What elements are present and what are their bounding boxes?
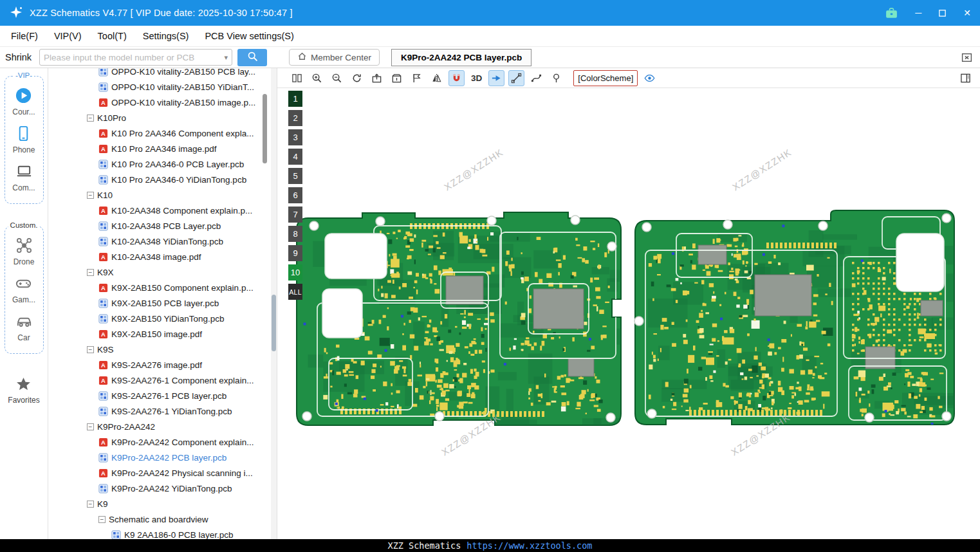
search-button[interactable] — [237, 49, 267, 66]
tree-item[interactable]: −K9 — [48, 496, 277, 511]
tree-item[interactable]: −K10Pro — [48, 110, 277, 125]
layer-button-all[interactable]: ALL — [288, 284, 302, 300]
tree-item[interactable]: AK9Pro-2AA242 Physical scanning i... — [48, 465, 277, 481]
pcb-canvas[interactable]: 12345678910ALL XZZ@XZZHKXZZ@XZZHKXZZ@XZZ… — [277, 88, 980, 539]
tree-item[interactable]: K10-2AA348 YiDianTong.pcb — [48, 234, 277, 249]
shrink-button[interactable]: Shrink — [5, 52, 32, 62]
tab-active-pcb-file[interactable]: K9Pro-2AA242 PCB layer.pcb — [391, 49, 532, 66]
maximize-button[interactable] — [938, 9, 947, 17]
probe-pin-icon[interactable] — [548, 70, 564, 86]
tree-item[interactable]: AK9Pro-2AA242 Component explain... — [48, 434, 277, 450]
menu-file[interactable]: File(F) — [11, 31, 38, 41]
layer-button-7[interactable]: 7 — [288, 207, 302, 223]
layers-panel-icon[interactable] — [957, 70, 974, 86]
sidebar-item-drone[interactable]: Drone — [14, 237, 35, 266]
tree-item[interactable]: AK10-2AA348 image.pdf — [48, 249, 277, 264]
sidebar-item-phone[interactable]: Phone — [13, 125, 35, 154]
tree-item[interactable]: AK9X-2AB150 Component explain.p... — [48, 280, 277, 295]
sidebar-item-cour[interactable]: Cour... — [12, 87, 35, 116]
tree-item-label: OPPO-K10 vitality-2AB150 PCB lay... — [111, 68, 255, 77]
tree-item[interactable]: AK10 Pro 2AA346 image.pdf — [48, 141, 277, 156]
mirror-flip-icon[interactable] — [429, 70, 445, 86]
member-center-button[interactable]: Member Center — [289, 49, 380, 66]
close-panel-icon[interactable] — [961, 52, 972, 63]
layer-button-5[interactable]: 5 — [288, 168, 302, 184]
collapse-icon[interactable]: − — [87, 346, 94, 353]
close-button[interactable]: ✕ — [963, 8, 971, 17]
tree-item[interactable]: AK10-2AA348 Component explain.p... — [48, 203, 277, 218]
sidebar-item-car[interactable]: Car — [15, 313, 33, 342]
jump-arrow-icon[interactable] — [488, 70, 504, 86]
search-input[interactable] — [44, 53, 221, 62]
tree-item[interactable]: −K9Pro-2AA242 — [48, 419, 277, 434]
layer-button-3[interactable]: 3 — [288, 129, 302, 145]
tree-item[interactable]: −Schematic and boardview — [48, 511, 277, 527]
menu-settings[interactable]: Settings(S) — [143, 31, 189, 41]
layer-button-2[interactable]: 2 — [288, 110, 302, 126]
tree-item-label: K9 2AA186-0 PCB layer.pcb — [124, 530, 234, 540]
layer-button-9[interactable]: 9 — [288, 245, 302, 261]
tree-item[interactable]: K9S-2AA276-1 PCB layer.pcb — [48, 388, 277, 403]
tree-item[interactable]: K9Pro-2AA242 YiDianTong.pcb — [48, 481, 277, 496]
tree-item[interactable]: K9X-2AB150 YiDianTong.pcb — [48, 311, 277, 326]
tree-item[interactable]: K10 Pro 2AA346-0 YiDianTong.pcb — [48, 172, 277, 187]
collapse-icon[interactable]: − — [87, 269, 94, 276]
tree-item[interactable]: OPPO-K10 vitality-2AB150 YiDianT... — [48, 79, 277, 95]
layer-button-6[interactable]: 6 — [288, 187, 302, 203]
measure-icon[interactable] — [508, 70, 524, 86]
tree-item[interactable]: OPPO-K10 vitality-2AB150 PCB lay... — [48, 68, 277, 79]
tree-scrollbar-track[interactable] — [271, 68, 277, 539]
tree-item[interactable]: K10 Pro 2AA346-0 PCB Layer.pcb — [48, 156, 277, 172]
chevron-down-icon[interactable]: ▾ — [225, 53, 228, 62]
colorscheme-button[interactable]: [ColorScheme] — [573, 70, 638, 86]
collapse-icon[interactable]: − — [87, 501, 94, 508]
tree-item[interactable]: −K9S — [48, 342, 277, 357]
menu-vip[interactable]: VIP(V) — [54, 31, 82, 41]
collapse-icon[interactable]: − — [98, 516, 106, 523]
magnet-icon[interactable] — [448, 70, 465, 86]
menu-tool[interactable]: Tool(T) — [98, 31, 127, 41]
model-search-combobox[interactable]: ▾ — [39, 49, 232, 66]
tree-item[interactable]: K9Pro-2AA242 PCB layer.pcb — [48, 450, 277, 465]
tree-item[interactable]: AK9S-2AA276-1 Component explain... — [48, 373, 277, 388]
curve-icon[interactable] — [528, 70, 544, 86]
export-box-icon[interactable] — [369, 70, 385, 86]
split-view-icon[interactable] — [289, 70, 305, 86]
tree-item-label: K10 Pro 2AA346-0 PCB Layer.pcb — [111, 160, 244, 169]
visibility-eye-icon[interactable] — [642, 70, 658, 86]
tree-item[interactable]: AK9S-2AA276 image.pdf — [48, 357, 277, 373]
collapse-icon[interactable]: − — [87, 115, 94, 122]
collapse-icon[interactable]: − — [87, 192, 94, 199]
flag-icon[interactable] — [409, 70, 425, 86]
minimize-button[interactable]: ─ — [915, 8, 921, 17]
layer-button-8[interactable]: 8 — [288, 226, 302, 242]
layer-button-4[interactable]: 4 — [288, 149, 302, 165]
layer-button-1[interactable]: 1 — [288, 91, 302, 107]
pdf-file-icon: A — [98, 329, 108, 339]
tree-item[interactable]: K10-2AA348 PCB Layer.pcb — [48, 218, 277, 234]
statusbar-url[interactable]: https://www.xzztools.com — [467, 540, 592, 551]
sidebar-item-favorites[interactable]: Favorites — [8, 376, 39, 405]
sidebar-item-com[interactable]: Com... — [12, 163, 35, 192]
tree-item[interactable]: K9X-2AB150 PCB layer.pcb — [48, 295, 277, 311]
tree-scrollbar-thumb[interactable] — [272, 295, 276, 351]
pcb-board-view[interactable] — [277, 88, 980, 539]
3d-button[interactable]: 3D — [468, 70, 485, 86]
tree-item[interactable]: AK9X-2AB150 image.pdf — [48, 326, 277, 342]
inner-scrollbar-thumb[interactable] — [263, 94, 267, 163]
zoom-in-icon[interactable] — [309, 70, 325, 86]
tree-item[interactable]: −K9X — [48, 264, 277, 280]
open-box-icon[interactable] — [389, 70, 405, 86]
tree-item[interactable]: K9 2AA186-0 PCB layer.pcb — [48, 527, 277, 539]
zoom-out-icon[interactable] — [329, 70, 345, 86]
sidebar-item-gam[interactable]: Gam... — [12, 275, 35, 304]
menu-pcb-view-settings[interactable]: PCB View settings(S) — [205, 31, 293, 41]
collapse-icon[interactable]: − — [87, 423, 94, 430]
tree-item[interactable]: −K10 — [48, 187, 277, 203]
vip-briefcase-icon[interactable] — [885, 6, 898, 20]
refresh-icon[interactable] — [349, 70, 365, 86]
tree-item[interactable]: AK10 Pro 2AA346 Component expla... — [48, 125, 277, 141]
tree-item[interactable]: K9S-2AA276-1 YiDianTong.pcb — [48, 403, 277, 419]
layer-button-10[interactable]: 10 — [288, 264, 302, 281]
tree-item[interactable]: AOPPO-K10 vitality-2AB150 image.p... — [48, 95, 277, 110]
